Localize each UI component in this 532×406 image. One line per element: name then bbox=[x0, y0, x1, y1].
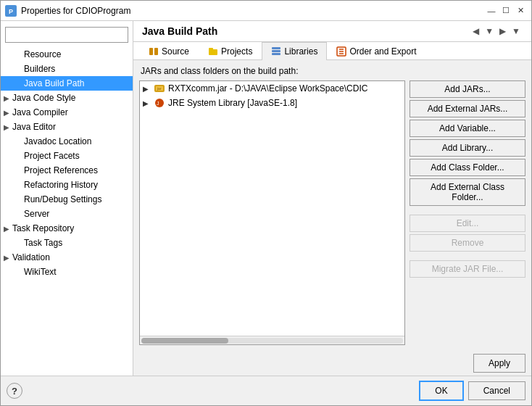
nav-dropdown-button[interactable]: ▼ bbox=[483, 25, 496, 37]
tab-label: Projects bbox=[221, 46, 252, 57]
ok-button[interactable]: OK bbox=[419, 381, 463, 401]
svg-rect-5 bbox=[209, 48, 213, 51]
window: P Properties for CDIOProgram — ☐ ✕ Resou… bbox=[0, 0, 532, 406]
add-class-folder-button[interactable]: Add Class Folder... bbox=[410, 159, 525, 176]
sidebar-item-label: Task Repository bbox=[12, 223, 74, 233]
button-separator-2 bbox=[410, 254, 525, 258]
sidebar-item-refactoring-history[interactable]: Refactoring History bbox=[1, 178, 133, 192]
svg-rect-6 bbox=[272, 47, 280, 49]
cancel-button[interactable]: Cancel bbox=[468, 381, 525, 400]
sidebar-item-rundebug-settings[interactable]: Run/Debug Settings bbox=[1, 192, 133, 207]
sidebar-item-builders[interactable]: Builders bbox=[1, 62, 133, 76]
migrate-jar-button[interactable]: Migrate JAR File... bbox=[410, 260, 525, 278]
expand-arrow-icon: ▶ bbox=[4, 94, 9, 102]
tree-item[interactable]: ▶jarRXTXcomm.jar - D:\JAVA\Eclipse WorkS… bbox=[140, 81, 404, 96]
tab-order-and-export[interactable]: Order and Export bbox=[327, 42, 425, 60]
sidebar-item-java-compiler[interactable]: ▶Java Compiler bbox=[1, 105, 133, 120]
tree-expand-arrow-icon: ▶ bbox=[143, 99, 151, 107]
help-button[interactable]: ? bbox=[7, 383, 22, 399]
panel-title: Java Build Path bbox=[142, 25, 217, 37]
nav-dropdown2-button[interactable]: ▼ bbox=[510, 25, 523, 37]
sidebar-item-validation[interactable]: ▶Validation bbox=[1, 250, 133, 265]
edit-button[interactable]: Edit... bbox=[410, 215, 525, 232]
sidebar-item-java-code-style[interactable]: ▶Java Code Style bbox=[1, 91, 133, 105]
tree-area[interactable]: ▶jarRXTXcomm.jar - D:\JAVA\Eclipse WorkS… bbox=[139, 80, 405, 345]
svg-rect-3 bbox=[154, 48, 158, 55]
sidebar-item-label: Java Code Style bbox=[12, 93, 75, 103]
sidebar-item-java-editor[interactable]: ▶Java Editor bbox=[1, 120, 133, 134]
jar-icon: jar bbox=[154, 83, 165, 94]
tab-label: Source bbox=[162, 46, 189, 57]
expand-arrow-icon: ▶ bbox=[4, 225, 9, 233]
tab-libraries[interactable]: Libraries bbox=[262, 42, 327, 60]
close-button[interactable]: ✕ bbox=[514, 4, 527, 17]
tree-expand-arrow-icon: ▶ bbox=[143, 85, 151, 93]
sidebar-item-label: Project Facets bbox=[24, 151, 80, 161]
sidebar-item-project-facets[interactable]: Project Facets bbox=[1, 149, 133, 163]
sidebar-item-label: Java Editor bbox=[12, 122, 56, 132]
sidebar-item-label: Refactoring History bbox=[24, 180, 98, 190]
sidebar-item-label: Java Build Path bbox=[24, 78, 84, 88]
tab-label: Libraries bbox=[284, 46, 317, 57]
sidebar: ResourceBuildersJava Build Path▶Java Cod… bbox=[1, 21, 133, 376]
sidebar-item-wikitext[interactable]: WikiText bbox=[1, 265, 133, 279]
nav-back-button[interactable]: ◀ bbox=[470, 25, 481, 37]
expand-arrow-icon: ▶ bbox=[4, 123, 9, 131]
sidebar-list: ResourceBuildersJava Build Path▶Java Cod… bbox=[1, 47, 133, 279]
search-input[interactable] bbox=[5, 27, 128, 43]
content-area: JARs and class folders on the build path… bbox=[133, 60, 531, 351]
horizontal-scrollbar[interactable] bbox=[140, 336, 404, 344]
sidebar-item-label: Run/Debug Settings bbox=[24, 194, 101, 204]
sidebar-item-label: Validation bbox=[12, 252, 50, 262]
add-external-jars-button[interactable]: Add External JARs... bbox=[410, 100, 525, 117]
sidebar-item-javadoc-location[interactable]: Javadoc Location bbox=[1, 134, 133, 149]
svg-rect-2 bbox=[149, 48, 153, 55]
tab-source[interactable]: Source bbox=[139, 42, 199, 60]
window-title: Properties for CDIOProgram bbox=[21, 6, 485, 16]
tree-item[interactable]: ▶JJRE System Library [JavaSE-1.8] bbox=[140, 96, 404, 110]
sidebar-item-resource[interactable]: Resource bbox=[1, 47, 133, 62]
scrollbar-track bbox=[141, 338, 403, 344]
add-library-button[interactable]: Add Library... bbox=[410, 139, 525, 157]
scrollbar-thumb[interactable] bbox=[141, 338, 228, 344]
maximize-button[interactable]: ☐ bbox=[499, 4, 512, 17]
bottom-bar: ? OK Cancel bbox=[1, 376, 531, 405]
apply-row: Apply bbox=[133, 351, 531, 376]
panel-header: Java Build Path ◀ ▼ ▶ ▼ bbox=[133, 21, 531, 42]
add-external-class-folder-button[interactable]: Add External Class Folder... bbox=[410, 178, 525, 206]
expand-arrow-icon: ▶ bbox=[4, 254, 9, 262]
order-icon bbox=[336, 46, 346, 57]
sidebar-item-server[interactable]: Server bbox=[1, 207, 133, 221]
title-bar: P Properties for CDIOProgram — ☐ ✕ bbox=[1, 1, 531, 21]
sidebar-item-label: Project References bbox=[24, 165, 98, 175]
sidebar-item-label: Java Compiler bbox=[12, 107, 68, 117]
main-content: ResourceBuildersJava Build Path▶Java Cod… bbox=[1, 21, 531, 376]
remove-button[interactable]: Remove bbox=[410, 234, 525, 252]
sidebar-item-label: Builders bbox=[24, 64, 55, 74]
projects-icon bbox=[208, 46, 218, 57]
sidebar-item-label: Resource bbox=[24, 49, 61, 59]
button-separator bbox=[410, 208, 525, 212]
tab-projects[interactable]: Projects bbox=[199, 42, 262, 60]
sidebar-item-java-build-path[interactable]: Java Build Path bbox=[1, 76, 133, 91]
add-jars-button[interactable]: Add JARs... bbox=[410, 80, 525, 98]
window-icon: P bbox=[5, 5, 17, 17]
svg-text:J: J bbox=[157, 101, 159, 106]
minimize-button[interactable]: — bbox=[485, 4, 498, 17]
source-icon bbox=[149, 46, 159, 57]
tree-item-label: JRE System Library [JavaSE-1.8] bbox=[168, 98, 297, 108]
nav-forward-button[interactable]: ▶ bbox=[497, 25, 508, 37]
sidebar-item-task-repository[interactable]: ▶Task Repository bbox=[1, 221, 133, 236]
window-controls: — ☐ ✕ bbox=[485, 4, 527, 17]
svg-text:jar: jar bbox=[157, 86, 162, 91]
tab-label: Order and Export bbox=[349, 46, 416, 57]
tabs-bar: SourceProjectsLibrariesOrder and Export bbox=[133, 42, 531, 60]
sidebar-item-project-references[interactable]: Project References bbox=[1, 163, 133, 178]
sidebar-item-label: WikiText bbox=[24, 267, 57, 277]
sidebar-item-task-tags[interactable]: Task Tags bbox=[1, 236, 133, 250]
apply-button[interactable]: Apply bbox=[473, 354, 525, 373]
content-description: JARs and class folders on the build path… bbox=[139, 66, 525, 76]
sidebar-item-label: Task Tags bbox=[24, 238, 62, 248]
add-variable-button[interactable]: Add Variable... bbox=[410, 120, 525, 137]
nav-arrows: ◀ ▼ ▶ ▼ bbox=[470, 25, 523, 37]
